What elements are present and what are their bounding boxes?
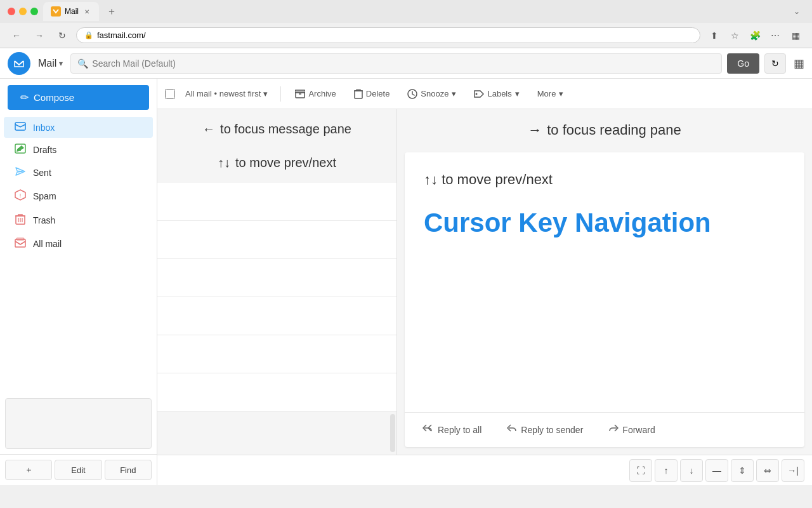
spam-icon: ! [14,189,27,203]
forward-button[interactable]: → [30,27,48,44]
message-item[interactable] [157,259,396,297]
new-tab-button[interactable]: ＋ [104,4,119,19]
svg-rect-14 [295,90,305,93]
window-controls[interactable]: ⌄ [789,4,804,19]
email-title: Cursor Key Navigation [424,207,785,239]
archive-button[interactable]: Archive [289,85,342,102]
horizontal-split-button[interactable]: — [705,459,728,482]
refresh-button[interactable]: ↻ [764,53,786,74]
sort-button[interactable]: All mail • newest first ▾ [180,86,273,101]
traffic-lights [8,8,38,15]
grid-view-button[interactable]: ▦ [794,57,804,70]
search-icon: 🔍 [77,58,88,69]
svg-rect-15 [355,91,362,98]
email-actions-bar: Reply to all Reply to sender [405,412,804,447]
fullscreen-button[interactable]: ⛶ [629,459,652,482]
sidebar-item-trash[interactable]: Trash [4,208,153,232]
close-window-button[interactable] [8,8,15,15]
sidebar-item-label: Sent [33,168,51,178]
expand-vertical-button[interactable]: ⇕ [731,459,754,482]
reply-sender-icon [507,424,517,436]
more-tools-button[interactable]: ⋯ [766,27,784,44]
sidebar-item-inbox[interactable]: Inbox [4,117,153,138]
scroll-down-button[interactable]: ↓ [680,459,703,482]
labels-label: Labels [487,89,511,98]
labels-button[interactable]: Labels ▾ [468,85,525,102]
svg-rect-2 [15,123,25,130]
mail-title-area[interactable]: Mail ▾ [38,58,63,69]
sidebar-item-spam[interactable]: ! Spam [4,184,153,208]
maximize-window-button[interactable] [30,8,38,15]
reply-all-icon [422,424,434,436]
focus-message-pane-text: to focus message pane [220,122,351,137]
scroll-area [157,411,396,455]
email-body: ↑↓ to move prev/next Cursor Key Navigati… [405,152,804,412]
snooze-icon [407,89,417,99]
message-item[interactable] [157,297,396,335]
expand-horizontal-button[interactable]: ⇔ [756,459,779,482]
search-input-wrapper[interactable]: 🔍 [70,53,722,74]
search-input[interactable] [92,58,715,69]
select-all-checkbox[interactable] [165,89,175,99]
add-button[interactable]: ＋ [5,460,52,480]
allmail-icon [14,237,27,250]
active-tab[interactable]: Mail ✕ [43,2,99,21]
sidebar-button[interactable]: ▦ [787,27,804,44]
app: Mail ▾ 🔍 Go ↻ ▦ ✏ Compose [0,48,812,485]
snooze-chevron-icon: ▾ [452,89,456,98]
share-button[interactable]: ⬆ [705,27,723,44]
inbox-icon [14,122,27,133]
find-button[interactable]: Find [105,460,152,480]
forward-icon [608,424,619,436]
reading-pane-header: → to focus reading pane [397,109,812,145]
mail-title: Mail [38,58,56,69]
tab-close-button[interactable]: ✕ [82,7,91,16]
left-arrow-icon: ← [202,122,215,137]
scrollbar-thumb[interactable] [390,414,395,452]
message-item[interactable] [157,335,396,373]
delete-button[interactable]: Delete [348,85,396,103]
edit-button[interactable]: Edit [55,460,102,480]
extensions-button[interactable]: 🧩 [746,27,764,44]
reload-button[interactable]: ↻ [53,27,71,44]
tab-favicon [51,6,61,17]
message-list-header: ← to focus message pane [157,109,396,143]
sidebar-item-sent[interactable]: Sent [4,161,153,184]
compose-icon: ✏ [20,91,29,104]
delete-icon [354,89,363,99]
bookmark-button[interactable]: ☆ [726,27,743,44]
next-pane-button[interactable]: →| [782,459,804,482]
scroll-up-button[interactable]: ↑ [655,459,678,482]
forward-button[interactable]: Forward [603,422,660,438]
url-text: fastmail.com/ [97,30,146,40]
svg-text:!: ! [20,192,22,199]
archive-label: Archive [308,89,336,98]
address-bar[interactable]: 🔒 fastmail.com/ [76,27,700,43]
go-button[interactable]: Go [727,53,759,74]
sidebar-item-label: Inbox [33,123,55,133]
message-item[interactable] [157,183,396,221]
main-content: All mail • newest first ▾ Archive Delete… [157,79,812,485]
sidebar-footer-widget [5,398,152,449]
lock-icon: 🔒 [84,31,93,39]
back-button[interactable]: ← [8,27,25,44]
reply-all-button[interactable]: Reply to all [417,422,487,438]
compose-label: Compose [34,92,74,103]
trash-icon [14,213,27,227]
more-button[interactable]: More ▾ [531,85,570,102]
message-item[interactable] [157,221,396,259]
sidebar-item-allmail[interactable]: All mail [4,232,153,255]
chevron-down-icon: ▾ [59,59,63,68]
sidebar-item-drafts[interactable]: Drafts [4,138,153,161]
minimize-window-button[interactable] [19,8,27,15]
sidebar-item-label: Trash [33,215,55,225]
compose-button[interactable]: ✏ Compose [8,85,149,110]
email-content-card: ↑↓ to move prev/next Cursor Key Navigati… [405,152,804,447]
message-item[interactable] [157,373,396,411]
reply-all-label: Reply to all [438,425,481,435]
email-up-down-icon: ↑↓ [424,171,438,187]
reply-sender-button[interactable]: Reply to sender [502,422,588,438]
sidebar-item-label: Drafts [33,145,56,155]
snooze-button[interactable]: Snooze ▾ [401,85,462,103]
sort-chevron-icon: ▾ [263,89,268,98]
